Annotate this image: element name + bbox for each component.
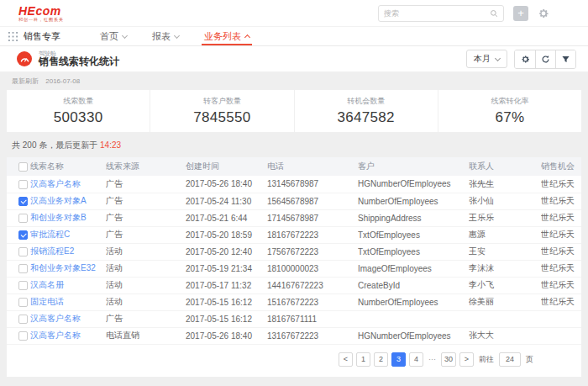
row-checkbox-cell bbox=[7, 209, 30, 226]
lead-source-cell: 广告 bbox=[106, 226, 186, 243]
select-all-checkbox[interactable] bbox=[18, 162, 28, 172]
nav-item-3[interactable]: 业务列表 bbox=[204, 27, 249, 45]
workspace-label[interactable]: 销售专享 bbox=[24, 27, 60, 45]
table-row: 审批流程C广告2017-05-20 18:5918167672223TxtOfE… bbox=[7, 226, 581, 243]
page-unit-label: 页 bbox=[526, 354, 533, 365]
stat-label: 转客户数量 bbox=[203, 96, 241, 107]
page-button-30[interactable]: 30 bbox=[441, 352, 456, 367]
table-row: 报销流程E2活动2017-05-20 12:4017567672223TxtOf… bbox=[7, 243, 581, 260]
topbar-actions: + bbox=[378, 4, 576, 22]
row-checkbox-cell bbox=[7, 310, 30, 327]
row-checkbox[interactable] bbox=[18, 247, 28, 256]
phone-cell: 17145678987 bbox=[267, 209, 358, 226]
phone-cell: 13167672223 bbox=[267, 327, 358, 344]
record-count-text: 共 200 条，最后更新于 bbox=[12, 140, 100, 150]
add-button[interactable]: + bbox=[513, 6, 528, 21]
top-bar: HEcom 和创一科，红圈系美 + bbox=[0, 0, 588, 27]
customer-cell: CreateById bbox=[358, 277, 469, 293]
row-checkbox[interactable] bbox=[18, 281, 28, 290]
table-row: 汉高客户名称广告2017-05-15 16:1218167671111 bbox=[7, 310, 581, 327]
phone-cell: 13145678987 bbox=[267, 176, 358, 193]
opportunity-cell: 世纪乐天 bbox=[541, 293, 581, 310]
nav-item-2[interactable]: 报表 bbox=[152, 27, 179, 45]
contact-cell: 张大大 bbox=[469, 327, 541, 344]
logo-tagline: 和创一科，红圈系美 bbox=[18, 18, 64, 22]
nav-bar: 销售专享 首页报表业务列表 bbox=[0, 27, 588, 46]
created-time-cell: 2017-05-15 16:12 bbox=[186, 310, 267, 327]
lead-name-link[interactable]: 汉高客户名称 bbox=[30, 176, 106, 193]
row-checkbox[interactable] bbox=[18, 331, 28, 341]
phone-cell: 15167672223 bbox=[267, 293, 358, 310]
row-checkbox-cell bbox=[7, 260, 30, 277]
logo-text: HEcom bbox=[18, 5, 64, 17]
prev-page-button[interactable]: < bbox=[339, 352, 353, 367]
table-body: 汉高客户名称广告2017-05-26 18:4013145678987HGNum… bbox=[7, 176, 581, 344]
table-header-row: 线索名称线索来源创建时间电话客户联系人销售机会 bbox=[7, 157, 581, 176]
search-input[interactable] bbox=[384, 9, 490, 18]
lead-name-link[interactable]: 和创业务对象E32 bbox=[30, 260, 106, 277]
settings-gear-icon[interactable] bbox=[538, 8, 549, 19]
opportunity-cell: 世纪乐天 bbox=[541, 226, 581, 243]
row-checkbox[interactable] bbox=[18, 180, 28, 189]
customer-cell: ImageOfEmployees bbox=[358, 260, 469, 277]
row-checkbox[interactable] bbox=[18, 214, 28, 223]
plus-icon: + bbox=[517, 7, 524, 20]
column-header: 创建时间 bbox=[186, 157, 267, 176]
phone-cell: 17567672223 bbox=[267, 243, 358, 260]
lead-name-link[interactable]: 审批流程C bbox=[30, 226, 106, 243]
page-button-2[interactable]: 2 bbox=[374, 352, 388, 367]
contact-cell: 王乐乐 bbox=[469, 209, 541, 226]
refresh-button[interactable] bbox=[535, 50, 555, 68]
customer-cell: TxtOfEmployees bbox=[358, 226, 469, 243]
page-button-4[interactable]: 4 bbox=[409, 352, 423, 367]
next-page-button[interactable]: > bbox=[459, 352, 474, 367]
filter-funnel-icon bbox=[561, 55, 570, 64]
lead-name-link[interactable]: 固定电话 bbox=[30, 293, 106, 310]
filter-button[interactable] bbox=[555, 50, 575, 68]
user-avatar[interactable] bbox=[559, 4, 576, 22]
lead-name-link[interactable]: 汉高客户名称 bbox=[30, 327, 106, 344]
lead-name-link[interactable]: 汉高业务对象A bbox=[30, 193, 106, 209]
lead-source-cell: 广告 bbox=[106, 209, 186, 226]
row-checkbox[interactable] bbox=[18, 197, 28, 206]
table-row: 和创业务对象E32活动2017-05-19 21:3418100000023Im… bbox=[7, 260, 581, 277]
nav-item-label: 首页 bbox=[100, 30, 118, 43]
row-checkbox[interactable] bbox=[18, 264, 28, 273]
created-time-cell: 2017-05-20 18:59 bbox=[186, 226, 267, 243]
contact-cell: 徐美丽 bbox=[469, 293, 541, 310]
stat-value: 3647582 bbox=[337, 109, 394, 126]
contact-cell bbox=[469, 310, 541, 327]
customer-cell: TxtOfEmployees bbox=[358, 243, 469, 260]
goto-page-input[interactable] bbox=[499, 352, 521, 367]
phone-cell: 144167672223 bbox=[267, 277, 358, 293]
chevron-down-icon bbox=[495, 55, 501, 61]
row-checkbox[interactable] bbox=[18, 298, 28, 307]
row-checkbox[interactable] bbox=[18, 230, 28, 240]
page-button-3[interactable]: 3 bbox=[391, 352, 406, 367]
lead-source-cell: 活动 bbox=[106, 243, 186, 260]
search-box[interactable] bbox=[378, 5, 504, 22]
app-grid-icon[interactable] bbox=[8, 27, 18, 45]
column-header: 线索来源 bbox=[106, 157, 186, 176]
row-checkbox-cell bbox=[7, 293, 30, 310]
page-header-actions: 本月 bbox=[466, 50, 576, 69]
report-settings-button[interactable] bbox=[515, 50, 535, 68]
nav-item-1[interactable]: 首页 bbox=[100, 27, 127, 45]
page-button-1[interactable]: 1 bbox=[356, 352, 370, 367]
lead-name-link[interactable]: 和创业务对象B bbox=[30, 209, 106, 226]
row-checkbox[interactable] bbox=[18, 315, 28, 324]
stat-item: 转机会数量3647582 bbox=[294, 90, 438, 132]
contact-cell: 张小仙 bbox=[469, 193, 541, 209]
refresh-icon bbox=[541, 55, 550, 64]
lead-name-link[interactable]: 汉高客户名称 bbox=[30, 310, 106, 327]
column-header: 销售机会 bbox=[541, 157, 581, 176]
lead-name-link[interactable]: 汉高名册 bbox=[30, 277, 106, 293]
opportunity-cell: 世纪乐天 bbox=[541, 243, 581, 260]
column-header: 电话 bbox=[267, 157, 358, 176]
period-dropdown[interactable]: 本月 bbox=[466, 50, 507, 68]
phone-cell: 18167672223 bbox=[267, 226, 358, 243]
logo[interactable]: HEcom 和创一科，红圈系美 bbox=[18, 5, 64, 22]
stat-item: 转客户数量7845550 bbox=[150, 90, 293, 132]
lead-name-link[interactable]: 报销流程E2 bbox=[30, 243, 106, 260]
page-title: 销售线索转化统计 bbox=[39, 56, 119, 67]
